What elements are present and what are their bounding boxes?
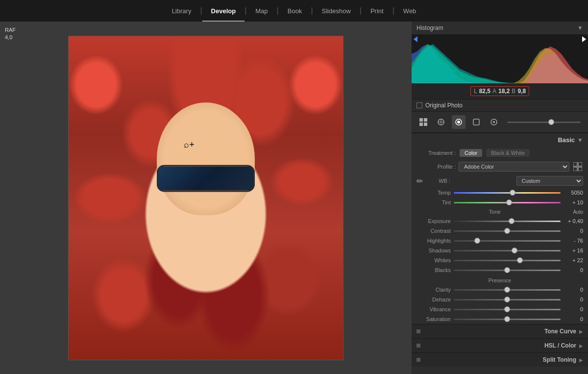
tint-thumb[interactable] bbox=[506, 199, 512, 205]
tint-slider[interactable] bbox=[454, 202, 561, 203]
tool-amount-slider[interactable] bbox=[507, 122, 581, 123]
hsl-color-title: HSL / Color bbox=[423, 342, 576, 349]
histogram-collapse-arrow[interactable]: ▼ bbox=[577, 25, 583, 31]
nav-library[interactable]: Library bbox=[163, 0, 200, 22]
contrast-slider[interactable] bbox=[454, 230, 561, 232]
shadows-slider[interactable] bbox=[454, 250, 561, 251]
highlights-value: - 76 bbox=[564, 238, 583, 244]
svg-rect-20 bbox=[573, 167, 577, 171]
nav-slideshow[interactable]: Slideshow bbox=[313, 0, 360, 22]
vibrance-thumb[interactable] bbox=[504, 306, 510, 312]
svg-point-14 bbox=[457, 121, 460, 124]
zoom-cursor-icon[interactable]: ⌕+ bbox=[184, 140, 195, 150]
tool-crop-icon[interactable] bbox=[434, 115, 448, 129]
svg-rect-9 bbox=[424, 123, 427, 126]
top-navigation: Library | Develop | Map | Book | Slidesh… bbox=[0, 0, 588, 22]
original-photo-row: Original Photo bbox=[412, 99, 588, 111]
histogram-canvas bbox=[412, 34, 588, 83]
tool-redeye-icon[interactable] bbox=[487, 115, 501, 129]
exposure-value: + 0,40 bbox=[564, 218, 583, 224]
dehaze-thumb[interactable] bbox=[504, 297, 510, 302]
saturation-slider[interactable] bbox=[454, 319, 561, 320]
hsl-arrow: ▶ bbox=[579, 343, 583, 349]
dehaze-label: Dehaze bbox=[416, 297, 451, 302]
tone-section-header: Tone Auto bbox=[412, 207, 588, 216]
saturation-value: 0 bbox=[564, 316, 583, 322]
nav-develop[interactable]: Develop bbox=[202, 0, 245, 22]
whites-slider[interactable] bbox=[454, 260, 561, 261]
whites-thumb[interactable] bbox=[517, 257, 523, 263]
histogram-lab-box: L 82,5 A 18,2 B 9,8 bbox=[470, 86, 529, 96]
histogram-arrows bbox=[414, 36, 586, 42]
bw-treatment-button[interactable]: Black & White bbox=[486, 149, 529, 157]
highlights-thumb[interactable] bbox=[474, 238, 480, 244]
nav-map[interactable]: Map bbox=[246, 0, 276, 22]
shadows-label: Shadows bbox=[416, 248, 451, 253]
temp-slider[interactable] bbox=[454, 192, 561, 194]
blacks-thumb[interactable] bbox=[504, 267, 510, 273]
color-treatment-button[interactable]: Color bbox=[460, 149, 482, 157]
clarity-label: Clarity bbox=[416, 287, 451, 293]
temp-thumb[interactable] bbox=[510, 190, 515, 196]
split-toning-panel[interactable]: Split Toning ▶ bbox=[412, 352, 588, 367]
svg-rect-8 bbox=[419, 123, 423, 126]
dehaze-row: Dehaze 0 bbox=[412, 295, 588, 304]
vibrance-value: 0 bbox=[564, 306, 583, 312]
hist-a-label: A bbox=[492, 88, 496, 95]
original-photo-checkbox[interactable] bbox=[416, 102, 422, 108]
exposure-thumb[interactable] bbox=[509, 218, 514, 224]
tone-curve-panel[interactable]: Tone Curve ▶ bbox=[412, 324, 588, 338]
highlights-slider[interactable] bbox=[454, 240, 561, 242]
vibrance-slider[interactable] bbox=[454, 309, 561, 310]
histogram-right-arrow[interactable] bbox=[582, 36, 586, 42]
clarity-row: Clarity 0 bbox=[412, 285, 588, 295]
profile-select[interactable]: Adobe Color bbox=[459, 162, 569, 172]
svg-rect-21 bbox=[578, 167, 582, 171]
photo-glasses bbox=[157, 165, 255, 192]
presence-header: Presence bbox=[412, 275, 588, 285]
basic-panel-arrow[interactable]: ▼ bbox=[577, 137, 583, 144]
shadows-row: Shadows + 16 bbox=[412, 246, 588, 255]
nav-book[interactable]: Book bbox=[279, 0, 311, 22]
histogram-header: Histogram ▼ bbox=[412, 22, 588, 34]
nav-print[interactable]: Print bbox=[362, 0, 392, 22]
auto-button[interactable]: Auto bbox=[573, 209, 583, 215]
wb-select[interactable]: Custom bbox=[516, 176, 584, 186]
whites-label: Whites bbox=[416, 257, 451, 263]
histogram-left-arrow[interactable] bbox=[414, 36, 417, 42]
hsl-color-panel[interactable]: HSL / Color ▶ bbox=[412, 338, 588, 352]
whites-row: Whites + 22 bbox=[412, 255, 588, 265]
shadows-thumb[interactable] bbox=[512, 248, 517, 253]
saturation-thumb[interactable] bbox=[504, 316, 510, 322]
blacks-slider[interactable] bbox=[454, 270, 561, 271]
eyedropper-icon[interactable]: ✏ bbox=[416, 176, 423, 186]
treatment-label: Treatment : bbox=[416, 150, 456, 156]
svg-rect-15 bbox=[473, 119, 479, 125]
tool-grid-icon[interactable] bbox=[416, 115, 430, 129]
clarity-value: 0 bbox=[564, 287, 583, 293]
dehaze-slider[interactable] bbox=[454, 299, 561, 300]
clarity-thumb[interactable] bbox=[504, 287, 510, 293]
photo-face bbox=[157, 102, 255, 215]
treatment-row: Treatment : Color Black & White bbox=[412, 147, 588, 159]
profile-row: Profile : Adobe Color bbox=[412, 159, 588, 174]
temp-label: Temp bbox=[416, 190, 451, 196]
nav-web[interactable]: Web bbox=[394, 0, 425, 22]
tool-spot-icon[interactable] bbox=[469, 115, 483, 129]
tool-develop-icon[interactable] bbox=[452, 115, 466, 129]
wb-label: WB : bbox=[426, 178, 450, 184]
tint-label: Tint bbox=[416, 199, 451, 205]
clarity-slider[interactable] bbox=[454, 289, 561, 291]
right-panel: Histogram ▼ bbox=[412, 22, 588, 374]
svg-rect-6 bbox=[419, 118, 423, 122]
tone-label: Tone bbox=[416, 209, 573, 215]
shadows-value: + 16 bbox=[564, 248, 583, 253]
split-toning-indicator bbox=[416, 358, 420, 362]
svg-rect-19 bbox=[578, 162, 582, 166]
wb-row: ✏ WB : Custom bbox=[412, 174, 588, 188]
contrast-thumb[interactable] bbox=[504, 228, 510, 234]
presence-label: Presence bbox=[489, 277, 511, 283]
photo-container[interactable]: ⌕+ bbox=[0, 22, 412, 374]
profile-grid-icon[interactable] bbox=[572, 161, 583, 172]
exposure-slider[interactable] bbox=[454, 221, 561, 222]
